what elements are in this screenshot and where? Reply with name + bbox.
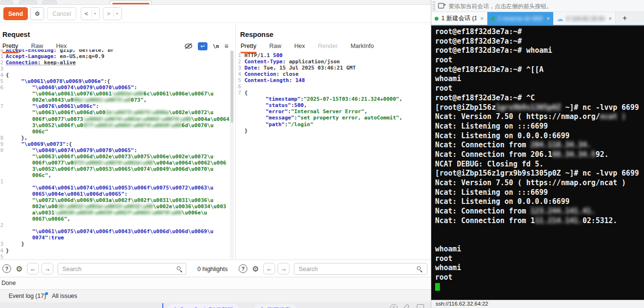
terminal-line: [root@iZbp156z1grx9b9s1305p0Z ~]# nc -lv… xyxy=(435,103,644,113)
code-line: "\u0064\u0061\u0074\u0061\u0053\u006f\u0… xyxy=(0,185,230,191)
code-line: 5"\u0061\u0078\u0069\u006e":{ xyxy=(0,78,230,84)
add-session-window-icon[interactable] xyxy=(438,2,446,9)
session-tab-1[interactable]: 1 新建会话 (10) × xyxy=(431,12,487,25)
code-line: "timestamp":"2025-07-15T03:46:21.324+000… xyxy=(236,96,428,102)
send-settings-gear-icon[interactable]: ⚙ xyxy=(30,7,44,20)
terminal-screen[interactable]: root@ef18f32d3e7a:~#root@ef18f32d3e7a:~#… xyxy=(431,26,644,300)
top-tab-stub-1[interactable] xyxy=(0,0,13,4)
terminal-line: Ncat: Version 7.50 ( https://nmap.org/nc… xyxy=(435,178,644,188)
code-line: 4{ xyxy=(0,72,230,78)
code-line: 3 xyxy=(0,66,230,72)
code-line: 1 xyxy=(0,178,230,185)
session-tab-label: 1 新建会话 (10) xyxy=(441,14,476,23)
attachment-paperclip-icon[interactable] xyxy=(402,304,410,308)
response-search-next-button[interactable]: → xyxy=(278,263,290,274)
top-tab-stub-3[interactable] xyxy=(42,0,57,4)
code-line: 3\u0052\u006f\u0077\u0053\u0065\u0074\u0… xyxy=(0,166,230,172)
request-scrollbar-thumb[interactable] xyxy=(231,51,233,123)
terminal-line: root@ef18f32d3e7a:~# ^[[A xyxy=(435,65,644,75)
request-search-next-button[interactable]: → xyxy=(41,263,53,274)
code-line: 0065\u004e\u0061\u006d\u0065": xyxy=(0,191,230,197)
send-button[interactable]: Send xyxy=(3,7,28,20)
toolbar-hint-text: 要添加当前会话，点击左侧的箭头按钮。 xyxy=(449,2,552,11)
toolbar-drag-grip[interactable] xyxy=(433,1,435,11)
session-tab-2-active[interactable]: 2 reverse sh 6699 × xyxy=(487,12,553,25)
code-line: "\u006a\u0061\u0076\u0061\u002e\u006c\u0… xyxy=(0,91,230,97)
all-issues-tab[interactable]: All issues xyxy=(52,293,77,299)
code-line: 9"\u0069\u0073":{ xyxy=(0,141,230,147)
request-scrollbar[interactable] xyxy=(230,50,234,259)
word-wrap-icon[interactable]: ↩ xyxy=(198,42,207,50)
event-log-notification-dot xyxy=(45,292,48,295)
code-line: 8}, xyxy=(0,135,230,141)
new-tab-button[interactable]: + xyxy=(620,13,630,24)
terminal-tab-bar: 1 新建会话 (10) × 2 reverse sh 6699 × ☁ 3 11… xyxy=(431,12,644,25)
terminal-line: Ncat: Connection from 204.118.34.34. xyxy=(435,141,644,150)
model-pill-button[interactable]: DeepSeek R1最新版 xyxy=(167,304,240,308)
active-tab-underline xyxy=(112,3,149,4)
terminal-window: 要添加当前会话，点击左侧的箭头按钮。 1 新建会话 (10) × 2 rever… xyxy=(431,0,644,308)
forward-dropdown-caret-icon[interactable]: ▾ xyxy=(114,12,118,16)
request-search-prev-button[interactable]: ← xyxy=(27,263,39,274)
request-editor[interactable]: 0Accept-Encoding: gzip, deflate, br1Acce… xyxy=(0,49,230,260)
terminal-line: root xyxy=(435,273,644,283)
code-line: "\u0063\u006f\u006d\u002e\u0073\u0075\u0… xyxy=(0,154,230,160)
response-search-input[interactable] xyxy=(294,263,427,275)
response-search-settings-gear-icon[interactable]: ⚙ xyxy=(250,263,261,274)
close-tab-icon[interactable]: × xyxy=(547,15,550,22)
response-search-magnifier-icon xyxy=(417,266,423,272)
back-button[interactable]: < ▾ xyxy=(81,7,100,20)
code-line: "\u0063\u006f\u006d\u002e\u0073\u0075\u0… xyxy=(0,109,230,116)
cloud-icon: ☁ xyxy=(557,15,563,23)
code-line: 5 xyxy=(0,254,230,260)
request-highlights-count: 0 highlights xyxy=(197,266,228,272)
session-tab-label-redacted: 2 reverse sh 6699 xyxy=(498,15,543,22)
code-line: 7"\u0076\u0061\u006c": xyxy=(0,103,230,109)
response-search-prev-button[interactable]: ← xyxy=(263,263,275,274)
close-tab-icon[interactable]: × xyxy=(480,15,484,22)
response-editor[interactable]: 1HTTP/1.1 5002Content-Type: application/… xyxy=(236,49,428,260)
code-line: 2Connection: keep-alive xyxy=(0,59,230,66)
text-format-icon[interactable]: T xyxy=(390,304,398,308)
cancel-button[interactable]: Cancel xyxy=(47,7,76,20)
terminal-line xyxy=(435,235,644,245)
request-search-input[interactable] xyxy=(58,263,186,275)
forward-arrow: > xyxy=(107,10,114,17)
response-help-icon[interactable]: ? xyxy=(239,264,247,273)
code-line: "path":"/login" xyxy=(236,121,428,128)
session-status-dot xyxy=(435,17,438,21)
terminal-line: root@ef18f32d3e7a:~# whoami xyxy=(435,46,644,56)
code-line: a\u0031\u0030\u0039\u0039\u002f\u0065\u0… xyxy=(0,210,230,216)
terminal-line: Ncat: Connection from 123.244.141.41. xyxy=(435,207,644,216)
event-log-tab[interactable]: Event log (17) xyxy=(9,293,46,299)
top-tabstrip xyxy=(0,0,431,5)
code-line: 002e\u0036\u0032\u002e\u0033\u0032\u00\u… xyxy=(0,203,230,210)
session-status-dot xyxy=(491,17,495,21)
top-tab-stub-2[interactable] xyxy=(19,0,37,4)
request-search-settings-gear-icon[interactable]: ⚙ xyxy=(14,263,24,274)
screenshot-icon[interactable] xyxy=(417,304,424,308)
code-line: "\u0061\u0075\u0074\u006f\u0043\u006f\u0… xyxy=(0,228,230,235)
editor-menu-icon[interactable]: ≡ xyxy=(224,42,228,50)
terminal-line: Ncat: Listening on :::6699 xyxy=(435,122,644,131)
ssh-connection-address: ssh://116.62.32.64:22 xyxy=(436,301,488,307)
burp-repeater-window: Send ⚙ Cancel < ▾ > ▾ Request PrettyRawH… xyxy=(0,0,431,302)
newline-toggle-icon[interactable]: \n xyxy=(213,43,219,49)
search-row: ? ⚙ ← → 0 highlights ? ⚙ ← → xyxy=(0,260,431,277)
terminal-line: whoami xyxy=(435,263,644,273)
text-caret xyxy=(162,303,163,308)
terminal-line: Ncat: Listening on 0.0.0.0:6699 xyxy=(435,131,644,141)
terminal-line: Ncat: Listening on :::6699 xyxy=(435,188,644,198)
terminal-status-bar: ssh://116.62.32.64:22 xyxy=(431,300,644,308)
back-dropdown-caret-icon[interactable]: ▾ xyxy=(92,12,96,16)
web-search-pill-button[interactable]: 联网搜索 xyxy=(254,304,297,308)
footer-tabs: Event log (17) All issues xyxy=(0,289,431,302)
close-tab-icon[interactable]: × xyxy=(608,15,612,22)
request-help-icon[interactable]: ? xyxy=(2,264,11,273)
session-tab-label-redacted: 3 116.62.32.64:22 xyxy=(566,15,605,22)
session-tab-3[interactable]: ☁ 3 116.62.32.64:22 × xyxy=(553,12,616,25)
forward-button[interactable]: > ▾ xyxy=(103,7,122,20)
hide-eye-icon[interactable] xyxy=(184,43,193,49)
code-line: "message":"set property error, autoCommi… xyxy=(236,115,428,121)
terminal-line: Ncat: Connection from 206.188.34.34.592. xyxy=(435,150,644,160)
